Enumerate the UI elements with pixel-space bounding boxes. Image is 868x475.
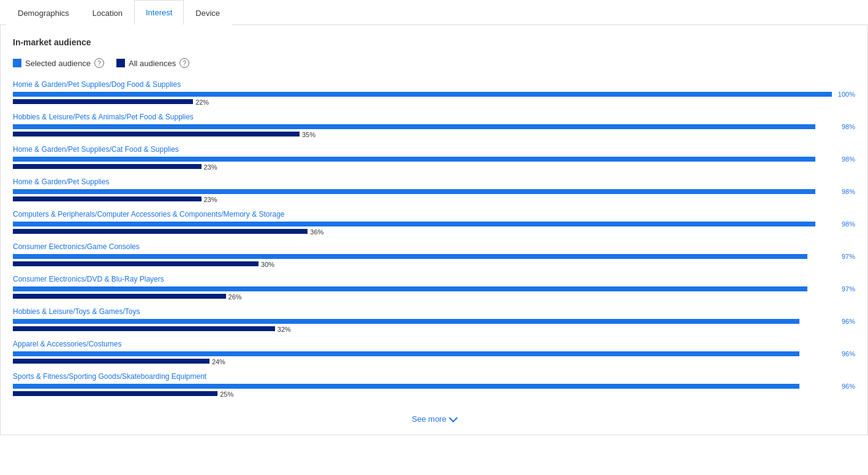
selected-bar-fill: [13, 254, 807, 259]
selected-bar-track: [13, 92, 832, 97]
chevron-down-icon: [449, 413, 458, 422]
legend-selected-info-icon[interactable]: ?: [94, 58, 104, 68]
legend-all-label: All audiences: [129, 59, 176, 68]
all-bar-fill: 36%: [13, 229, 308, 234]
selected-bar-fill: [13, 286, 807, 291]
all-bar-label: 30%: [261, 261, 274, 268]
all-bar-label: 36%: [310, 228, 323, 236]
all-bar-fill: 23%: [13, 196, 202, 201]
row-label: Home & Garden/Pet Supplies: [13, 178, 855, 186]
selected-bar-row: 100%: [13, 91, 855, 98]
section-title: In-market audience: [13, 37, 855, 47]
see-more-label: See more: [412, 414, 446, 424]
legend-all-info-icon[interactable]: ?: [179, 58, 189, 68]
all-bar-label: 23%: [204, 196, 217, 203]
selected-bar-track: [13, 351, 832, 356]
all-bar-track: 25%: [13, 391, 832, 396]
chart-rows: Home & Garden/Pet Supplies/Dog Food & Su…: [13, 80, 855, 396]
selected-bar-label: 97%: [832, 253, 855, 260]
selected-bar-row: 96%: [13, 383, 855, 390]
chart-row: Consumer Electronics/Game Consoles 97% 3…: [13, 242, 855, 266]
chart-row: Computers & Peripherals/Computer Accesso…: [13, 210, 855, 234]
selected-bar-label: 100%: [832, 91, 855, 98]
legend-selected: Selected audience ?: [13, 58, 104, 68]
tab-demographics[interactable]: Demographics: [6, 0, 81, 25]
tab-interest[interactable]: Interest: [134, 0, 184, 25]
selected-bar-track: [13, 222, 832, 226]
all-bar-fill: 30%: [13, 261, 259, 266]
chart-row: Home & Garden/Pet Supplies/Cat Food & Su…: [13, 145, 855, 169]
selected-bar-track: [13, 157, 832, 162]
legend-all: All audiences ?: [116, 58, 189, 68]
chart-row: Home & Garden/Pet Supplies/Dog Food & Su…: [13, 80, 855, 104]
selected-bar-fill: [13, 92, 832, 97]
all-bar-track: 23%: [13, 196, 832, 201]
selected-bar-row: 96%: [13, 350, 855, 357]
all-bar-label: 22%: [195, 99, 209, 106]
selected-bar-fill: [13, 351, 799, 356]
selected-bar-row: 98%: [13, 123, 855, 130]
row-label: Home & Garden/Pet Supplies/Cat Food & Su…: [13, 145, 855, 154]
all-bar-fill: 24%: [13, 359, 209, 364]
chart-row: Home & Garden/Pet Supplies 98% 23%: [13, 178, 855, 201]
row-label: Sports & Fitness/Sporting Goods/Skateboa…: [13, 372, 855, 381]
all-bar-fill: 26%: [13, 294, 226, 299]
selected-bar-fill: [13, 384, 799, 389]
selected-bar-row: 96%: [13, 318, 855, 325]
all-bar-label: 24%: [212, 358, 225, 365]
all-bar-track: 26%: [13, 294, 832, 299]
legend: Selected audience ? All audiences ?: [13, 58, 855, 68]
selected-bar-track: [13, 254, 832, 259]
all-bar-track: 36%: [13, 229, 832, 234]
selected-bar-label: 96%: [832, 318, 855, 325]
all-bar-label: 25%: [220, 391, 233, 398]
all-bar-fill: 32%: [13, 326, 275, 331]
tab-device[interactable]: Device: [184, 0, 232, 25]
all-bar-track: 24%: [13, 359, 832, 364]
selected-bar-label: 98%: [832, 188, 855, 195]
selected-bar-label: 98%: [832, 123, 855, 130]
all-bar-track: 30%: [13, 261, 832, 266]
all-bar-row: 23%: [13, 164, 855, 169]
row-label: Hobbies & Leisure/Toys & Games/Toys: [13, 307, 855, 316]
row-label: Home & Garden/Pet Supplies/Dog Food & Su…: [13, 80, 855, 89]
row-label: Consumer Electronics/Game Consoles: [13, 242, 855, 251]
selected-bar-label: 98%: [832, 155, 855, 163]
all-bar-row: 36%: [13, 229, 855, 234]
all-bar-label: 35%: [302, 131, 315, 138]
selected-bar-track: [13, 124, 832, 129]
row-label: Computers & Peripherals/Computer Accesso…: [13, 210, 855, 219]
all-bar-track: 22%: [13, 99, 832, 104]
legend-all-box: [116, 59, 125, 67]
selected-bar-fill: [13, 189, 815, 194]
selected-bar-row: 97%: [13, 253, 855, 260]
all-bar-row: 24%: [13, 359, 855, 364]
all-bar-row: 35%: [13, 132, 855, 137]
selected-bar-label: 97%: [832, 285, 855, 293]
all-bar-row: 30%: [13, 261, 855, 266]
all-bar-track: 35%: [13, 132, 832, 137]
all-bar-row: 25%: [13, 391, 855, 396]
selected-bar-row: 98%: [13, 188, 855, 195]
all-bar-row: 22%: [13, 99, 855, 104]
selected-bar-track: [13, 384, 832, 389]
all-bar-track: 32%: [13, 326, 832, 331]
all-bar-label: 32%: [277, 326, 291, 333]
all-bar-label: 23%: [204, 163, 217, 171]
selected-bar-row: 98%: [13, 220, 855, 228]
selected-bar-label: 98%: [832, 220, 855, 228]
interest-panel: In-market audience Selected audience ? A…: [0, 25, 868, 435]
tabs-container: Demographics Location Interest Device In…: [0, 0, 868, 435]
selected-bar-row: 98%: [13, 155, 855, 163]
tab-bar: Demographics Location Interest Device: [0, 0, 868, 25]
selected-bar-fill: [13, 319, 799, 324]
tab-location[interactable]: Location: [81, 0, 134, 25]
chart-row: Consumer Electronics/DVD & Blu-Ray Playe…: [13, 275, 855, 299]
all-bar-row: 23%: [13, 196, 855, 201]
all-bar-fill: 23%: [13, 164, 202, 169]
see-more-button[interactable]: See more: [13, 405, 855, 428]
chart-row: Hobbies & Leisure/Toys & Games/Toys 96% …: [13, 307, 855, 331]
selected-bar-label: 96%: [832, 383, 855, 390]
row-label: Apparel & Accessories/Costumes: [13, 340, 855, 348]
all-bar-fill: 22%: [13, 99, 193, 104]
